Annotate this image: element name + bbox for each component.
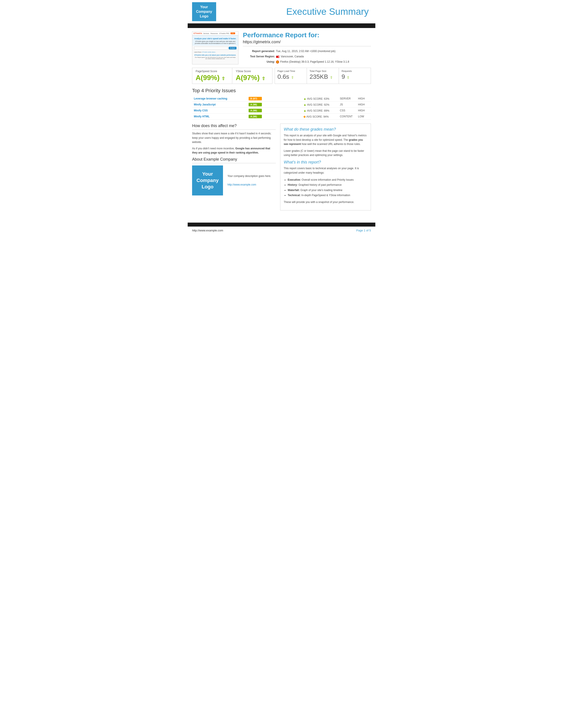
- company-link[interactable]: http://www.example.com: [227, 183, 256, 186]
- yslow-arrow-icon: ⇧: [261, 76, 265, 81]
- page-size-arrow-icon: ⇧: [330, 76, 333, 79]
- screenshot-pro-btn: PRO: [230, 32, 235, 34]
- issue-name[interactable]: Minify JavaScript: [192, 102, 247, 108]
- about-section: About Example Company Your Company Logo …: [192, 157, 276, 195]
- issue-priority: HIGH: [356, 96, 371, 102]
- requests-value: 9 ⇧: [342, 73, 368, 80]
- issue-avg-score: ◆ AVG SCORE: 94%: [302, 114, 338, 120]
- issue-bar-spacer: [280, 96, 302, 102]
- issue-avg-score: ▲ AVG SCORE: 89%: [302, 108, 338, 114]
- screenshot-footer-text: GTmetrix tells you a lot about your webs…: [192, 53, 238, 57]
- whats-in-title: What's in this report?: [284, 160, 368, 165]
- what-grades-text1: This report is an analysis of your site …: [284, 133, 368, 146]
- issue-category: CONTENT: [338, 114, 356, 120]
- requests-metric: Requests 9 ⇧: [339, 68, 371, 84]
- metrics-box: Page Load Time 0.6s ⇧ Total Page Size 23…: [274, 68, 371, 84]
- how-affect-title: How does this affect me?: [192, 124, 276, 130]
- page-size-metric: Total Page Size 235KB ⇧: [307, 68, 339, 84]
- issue-grade: B (87): [247, 96, 280, 102]
- page-size-label: Total Page Size: [310, 70, 336, 72]
- load-time-value: 0.6s ⇧: [277, 73, 304, 80]
- whats-in-closing: These will provide you with a snapshot o…: [284, 200, 368, 204]
- issue-category: CSS: [338, 108, 356, 114]
- yslow-value: A(97%) ⇧: [235, 74, 269, 82]
- pagespeed-value: A(99%) ⇧: [195, 74, 229, 82]
- issue-name[interactable]: Leverage browser caching: [192, 96, 247, 102]
- affect-para2: As if you didn't need more incentive, Go…: [192, 146, 276, 155]
- issue-category: SERVER: [338, 96, 356, 102]
- report-meta-block: Report generated: Tue, Aug 11, 2015, 2:0…: [243, 49, 371, 64]
- company-description: Your company description goes here. http…: [227, 174, 271, 187]
- issue-grade: A (99): [247, 108, 280, 114]
- site-screenshot: GTmetrix Services Resources GTmetrix PRO…: [192, 31, 238, 64]
- meta-using: Using: Firefox (Desktop) 39.0.3, PageSpe…: [243, 59, 371, 64]
- screenshot-nav: Services Resources GTmetrix PRO: [203, 33, 229, 34]
- issue-name[interactable]: Minify HTML: [192, 114, 247, 120]
- what-grades-title: What do these grades mean?: [284, 127, 368, 132]
- about-title: About Example Company: [192, 157, 276, 163]
- issue-category: JS: [338, 102, 356, 108]
- canada-flag-icon: [276, 56, 279, 58]
- footer-page: Page 1 of 5: [356, 229, 371, 232]
- trend-up-icon: ▲: [304, 109, 307, 112]
- load-time-arrow-icon: ⇧: [291, 76, 294, 79]
- left-column: How does this affect me? Studies show th…: [192, 124, 276, 210]
- issue-avg-score: ▲ AVG SCORE: 63%: [302, 96, 338, 102]
- grade-scores-box: PageSpeed Score A(99%) ⇧ YSlow Score A(9…: [192, 68, 272, 84]
- page-title: Executive Summary: [216, 6, 371, 17]
- issue-priority: LOW: [356, 114, 371, 120]
- load-time-metric: Page Load Time 0.6s ⇧: [275, 68, 307, 84]
- requests-label: Requests: [342, 70, 368, 72]
- table-row: Minify HTML A (98) ◆ AVG SCORE: 94% CONT…: [192, 114, 371, 120]
- meta-server: Test Server Region: Vancouver, Canada: [243, 54, 371, 59]
- issue-grade: A (98): [247, 102, 280, 108]
- company-info: Your Company Logo Your company descripti…: [192, 165, 276, 195]
- issue-priority: HIGH: [356, 108, 371, 114]
- grade-badge: B (87): [248, 97, 262, 100]
- firefox-icon: [276, 60, 279, 64]
- trend-diamond-icon: ◆: [304, 115, 306, 118]
- screenshot-logo: GTmetrix: [193, 32, 202, 34]
- table-row: Minify JavaScript A (98) ▲ AVG SCORE: 92…: [192, 102, 371, 108]
- issue-bar-spacer: [280, 108, 302, 114]
- priority-issues-title: Top 4 Priority Issues: [192, 88, 371, 94]
- grade-badge: A (98): [248, 115, 262, 118]
- perf-report-url: https://gtmetrix.com/: [243, 39, 371, 46]
- screenshot-news: Latest News: GTmetrix article about...: [192, 51, 238, 53]
- page-size-value: 235KB ⇧: [310, 73, 336, 80]
- what-grades-text2: Lower grades (C or lower) mean that the …: [284, 149, 368, 157]
- header-dark-bar: [188, 24, 375, 28]
- issue-bar-spacer: [280, 114, 302, 120]
- list-item: Executive: Overall score information and…: [288, 178, 368, 182]
- trend-up-icon: ▲: [304, 103, 307, 106]
- pagespeed-score-item: PageSpeed Score A(99%) ⇧: [192, 68, 232, 84]
- requests-arrow-icon: ⇧: [347, 76, 350, 79]
- issue-name[interactable]: Minify CSS: [192, 108, 247, 114]
- list-item: Waterfall: Graph of your site's loading …: [288, 188, 368, 193]
- screenshot-footer-sub: Our Report gives you the full picture on…: [192, 57, 238, 60]
- table-row: Leverage browser caching B (87) ▲ AVG SC…: [192, 96, 371, 102]
- affect-para1: Studies show that users leave a site if …: [192, 131, 276, 144]
- issue-avg-score: ▲ AVG SCORE: 92%: [302, 102, 338, 108]
- issue-grade: A (98): [247, 114, 280, 120]
- meta-generated: Report generated: Tue, Aug 11, 2015, 2:0…: [243, 49, 371, 54]
- list-item: History: Graphed history of past perform…: [288, 183, 368, 188]
- priority-issues-table: Leverage browser caching B (87) ▲ AVG SC…: [192, 96, 371, 120]
- grade-badge: A (99): [248, 109, 262, 112]
- two-col-section: How does this affect me? Studies show th…: [192, 124, 371, 210]
- report-info-section: GTmetrix Services Resources GTmetrix PRO…: [192, 31, 371, 64]
- issue-bar-spacer: [280, 102, 302, 108]
- load-time-label: Page Load Time: [277, 70, 304, 72]
- page-footer: http://www.example.com Page 1 of 5: [188, 227, 375, 234]
- right-column: What do these grades mean? This report i…: [280, 124, 371, 210]
- whats-in-list: Executive: Overall score information and…: [284, 178, 368, 198]
- grade-badge: A (98): [248, 103, 262, 106]
- page-header: Your Company Logo Executive Summary: [188, 0, 375, 24]
- pagespeed-label: PageSpeed Score: [195, 70, 229, 73]
- screenshot-hero: Analyze your site's speed and make it fa…: [192, 35, 238, 45]
- trend-up-icon: ▲: [304, 97, 307, 100]
- yslow-label: YSlow Score: [235, 70, 269, 73]
- screenshot-url-input: [194, 47, 228, 49]
- scores-section: PageSpeed Score A(99%) ⇧ YSlow Score A(9…: [192, 68, 371, 84]
- footer-url: http://www.example.com: [192, 229, 223, 232]
